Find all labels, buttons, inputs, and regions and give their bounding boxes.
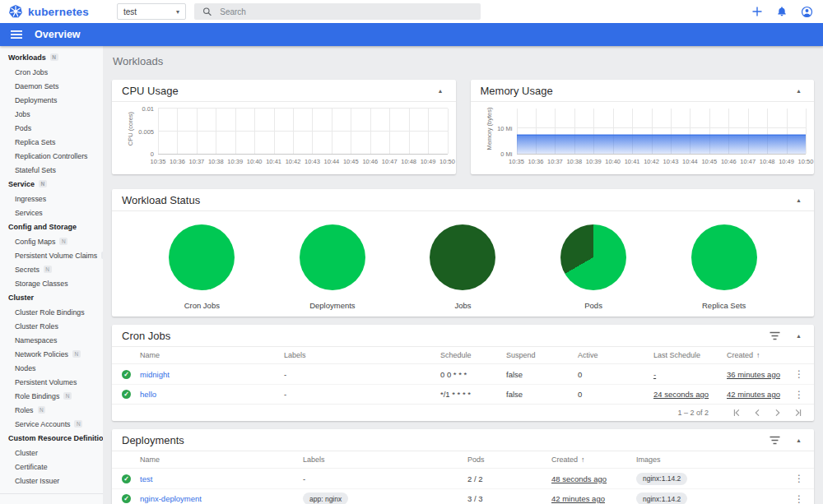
column-header-suspend[interactable]: Suspend xyxy=(506,351,578,359)
kebab-menu-icon[interactable]: ⋮ xyxy=(789,368,804,380)
last-page-icon xyxy=(793,408,803,418)
x-axis-tick-label: 10:45 xyxy=(701,158,717,165)
sidebar-item-persistent-volume-claims[interactable]: Persistent Volume ClaimsN xyxy=(0,248,103,262)
column-header-created[interactable]: Created↑ xyxy=(727,351,789,359)
x-axis-tick-label: 10:40 xyxy=(247,158,263,165)
table-row: ✓test-2 / 248 seconds agonginx:1.14.2⋮ xyxy=(112,469,814,488)
namespace-selector[interactable]: test ▾ xyxy=(117,3,186,20)
kubernetes-logo[interactable]: kubernetes xyxy=(8,4,89,19)
pie-label: Replica Sets xyxy=(702,301,746,310)
test-link[interactable]: test xyxy=(140,474,152,483)
sidebar-section-service[interactable]: ServiceN xyxy=(0,177,103,192)
sidebar-item-services[interactable]: Services xyxy=(0,206,103,220)
collapse-memory-card-button[interactable]: ▲ xyxy=(793,86,804,95)
kebab-menu-icon[interactable]: ⋮ xyxy=(789,389,804,400)
cell-schedule: 0 0 * * * xyxy=(440,370,506,379)
sidebar-item-replication-controllers[interactable]: Replication Controllers xyxy=(0,149,103,163)
cron-jobs-table-body: ✓midnight-0 0 * * *false0-36 minutes ago… xyxy=(112,364,814,404)
sidebar-item-cluster-roles[interactable]: Cluster Roles xyxy=(0,319,103,333)
sidebar-item-jobs[interactable]: Jobs xyxy=(0,107,103,121)
sidebar-item-stateful-sets-label: Stateful Sets xyxy=(15,166,56,174)
sidebar-item-stateful-sets[interactable]: Stateful Sets xyxy=(0,163,103,177)
sidebar-item-role-bindings[interactable]: Role BindingsN xyxy=(0,389,103,403)
midnight-link[interactable]: midnight xyxy=(140,370,170,379)
collapse-cpu-card-button[interactable]: ▲ xyxy=(435,86,446,95)
sidebar-item-cron-jobs[interactable]: Cron Jobs xyxy=(0,65,103,79)
sidebar-section-settings[interactable]: Settings xyxy=(0,500,103,504)
previous-page-button[interactable] xyxy=(752,408,762,418)
first-page-button[interactable] xyxy=(732,408,742,418)
kubernetes-helm-icon xyxy=(8,4,23,19)
column-header-pods[interactable]: Pods xyxy=(467,455,551,464)
x-axis-tick-label: 10:45 xyxy=(343,158,359,165)
sidebar-item-nodes[interactable]: Nodes xyxy=(0,361,103,375)
sidebar-item-storage-classes[interactable]: Storage Classes xyxy=(0,276,103,290)
column-header-labels[interactable]: Labels xyxy=(284,351,440,359)
collapse-cron-jobs-button[interactable]: ▲ xyxy=(793,331,804,340)
relative-time: 48 seconds ago xyxy=(551,474,607,483)
sidebar-item-network-policies[interactable]: Network PoliciesN xyxy=(0,347,103,361)
sidebar-section-custom-resource-definitions[interactable]: Custom Resource Definitions xyxy=(0,431,103,446)
column-header-name[interactable]: Name xyxy=(140,351,284,359)
nginx-deployment-link[interactable]: nginx-deployment xyxy=(140,494,202,503)
collapse-workload-status-button[interactable]: ▲ xyxy=(793,196,804,205)
column-header-labels[interactable]: Labels xyxy=(303,455,467,464)
sidebar-item-cluster-issuer[interactable]: Cluster Issuer xyxy=(0,474,103,488)
sidebar-item-network-policies-label: Network Policies xyxy=(15,350,68,358)
sidebar-section-workloads[interactable]: WorkloadsN xyxy=(0,50,103,65)
sidebar-item-cluster[interactable]: Cluster xyxy=(0,446,103,460)
filter-button[interactable] xyxy=(767,330,783,342)
create-resource-button[interactable] xyxy=(750,4,765,19)
column-header-schedule[interactable]: Schedule xyxy=(440,351,506,359)
x-axis-tick-label: 10:50 xyxy=(798,158,814,165)
x-axis-tick-label: 10:46 xyxy=(362,158,378,165)
sidebar-item-config-maps[interactable]: Config MapsN xyxy=(0,234,103,248)
y-axis-tick-label: 0 Mi xyxy=(500,150,512,158)
last-page-button[interactable] xyxy=(793,408,803,418)
x-axis-tick-label: 10:41 xyxy=(625,158,640,165)
account-circle-icon xyxy=(801,6,813,18)
sort-ascending-icon[interactable]: ↑ xyxy=(581,455,585,464)
sidebar-item-cluster-role-bindings[interactable]: Cluster Role Bindings xyxy=(0,305,103,319)
column-header-images[interactable]: Images xyxy=(636,455,789,464)
sidebar-item-daemon-sets[interactable]: Daemon Sets xyxy=(0,79,103,93)
column-header-active[interactable]: Active xyxy=(578,351,653,359)
sidebar-item-pods[interactable]: Pods xyxy=(0,121,103,135)
next-page-button[interactable] xyxy=(773,408,783,418)
column-header-created[interactable]: Created↑ xyxy=(551,455,636,464)
sidebar-item-roles[interactable]: RolesN xyxy=(0,403,103,417)
kubernetes-dashboard: { "colors": { "brand": "#326de6", "toolb… xyxy=(0,0,823,504)
jobs-pie-chart xyxy=(430,224,495,290)
chart-gridline xyxy=(409,109,410,154)
filter-button[interactable] xyxy=(767,434,783,446)
sidebar-item-service-accounts[interactable]: Service AccountsN xyxy=(0,417,103,431)
sidebar-item-deployments[interactable]: Deployments xyxy=(0,93,103,107)
hello-link[interactable]: hello xyxy=(140,390,156,399)
kebab-menu-icon[interactable]: ⋮ xyxy=(789,473,804,484)
sidebar-item-replica-sets[interactable]: Replica Sets xyxy=(0,135,103,149)
menu-button[interactable] xyxy=(9,28,24,41)
kebab-menu-icon[interactable]: ⋮ xyxy=(789,493,804,504)
sidebar-item-ingresses[interactable]: Ingresses xyxy=(0,192,103,206)
account-button[interactable] xyxy=(799,4,815,20)
sidebar-item-certificate[interactable]: Certificate xyxy=(0,460,103,474)
chart-gridline xyxy=(177,109,178,154)
sidebar-section-config-and-storage[interactable]: Config and Storage xyxy=(0,220,103,234)
sidebar-item-persistent-volumes[interactable]: Persistent Volumes xyxy=(0,375,103,389)
collapse-deployments-button[interactable]: ▲ xyxy=(793,436,804,445)
sidebar-item-secrets[interactable]: SecretsN xyxy=(0,262,103,276)
x-axis-tick-label: 10:46 xyxy=(721,158,737,165)
deployments-table-header: NameLabelsPodsCreated↑Images xyxy=(112,451,814,469)
main-content: Workloads CPU Usage ▲ CPU (cores) 00.005… xyxy=(103,46,823,504)
sidebar-section-cluster[interactable]: Cluster xyxy=(0,290,103,305)
pie-label: Deployments xyxy=(309,301,355,310)
y-axis-tick-label: 0.005 xyxy=(138,127,154,135)
sidebar-item-namespaces[interactable]: Namespaces xyxy=(0,333,103,347)
column-header-name[interactable]: Name xyxy=(140,455,303,464)
notifications-button[interactable] xyxy=(774,4,789,19)
sort-ascending-icon[interactable]: ↑ xyxy=(756,351,760,359)
namespaced-badge: N xyxy=(59,238,67,245)
column-header-last-schedule[interactable]: Last Schedule xyxy=(653,351,727,359)
search-input[interactable] xyxy=(220,7,472,16)
cpu-chart: CPU (cores) 00.0050.01 10:3510:3610:3710… xyxy=(112,102,456,173)
